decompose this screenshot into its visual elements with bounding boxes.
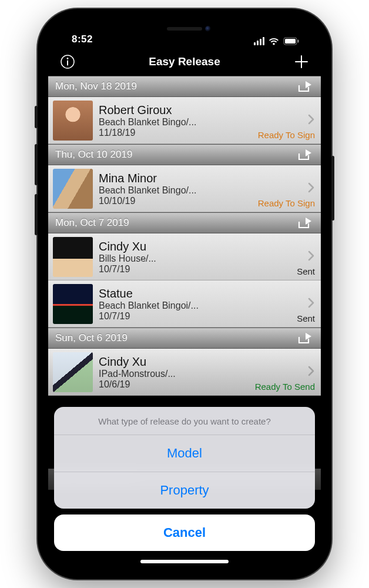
sheet-title: What type of release do you want to crea… xyxy=(54,407,315,435)
side-button xyxy=(35,194,38,235)
sheet-cancel-button[interactable]: Cancel xyxy=(54,514,315,551)
sheet-option-property[interactable]: Property xyxy=(54,472,315,509)
sheet-option-model[interactable]: Model xyxy=(54,435,315,472)
screen: 8:52 Easy Release Mon, Nov 18 2019Ro xyxy=(48,19,321,569)
side-button xyxy=(331,156,334,220)
side-button xyxy=(35,144,38,185)
phone-frame: 8:52 Easy Release Mon, Nov 18 2019Ro xyxy=(38,9,331,579)
action-sheet: What type of release do you want to crea… xyxy=(54,407,315,509)
home-indicator xyxy=(140,560,229,563)
action-sheet-overlay: What type of release do you want to crea… xyxy=(48,19,321,569)
side-button xyxy=(35,106,38,128)
